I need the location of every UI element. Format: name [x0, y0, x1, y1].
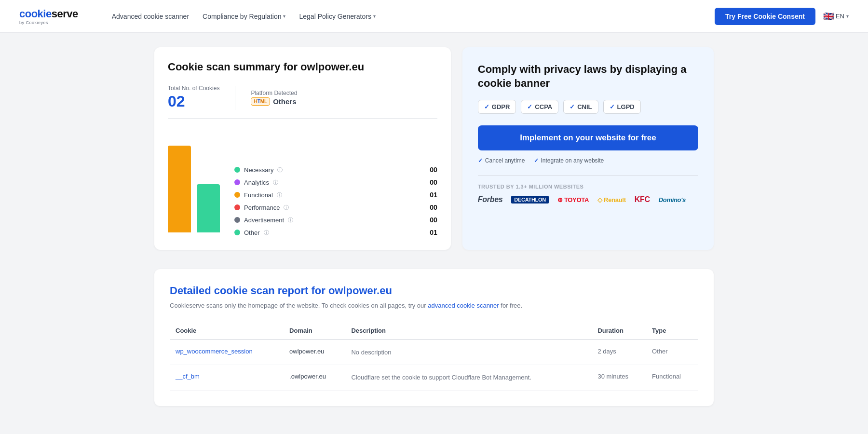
compliance-badge: ✓LGPD: [603, 100, 641, 114]
badge-label: GDPR: [492, 103, 510, 110]
nav-links: Advanced cookie scanner Compliance by Re…: [107, 10, 715, 23]
cta-feature-item: ✓Cancel anytime: [478, 157, 525, 164]
trusted-text: TRUSTED BY 1.3+ MILLION WEBSITES: [478, 184, 698, 190]
check-icon: ✓: [527, 103, 532, 110]
cookie-domain: owlpower.eu: [284, 339, 345, 365]
brand-logo-kfc: KFC: [635, 195, 650, 204]
implement-button[interactable]: Implement on your website for free: [478, 125, 698, 150]
cookie-type: Other: [646, 339, 698, 365]
info-icon[interactable]: ⓘ: [284, 204, 289, 211]
brand-logo-dominos: Domino's: [659, 196, 686, 203]
report-section: Detailed cookie scan report for owlpower…: [154, 269, 714, 406]
header-row: CookieDomainDescriptionDurationType: [170, 322, 698, 339]
compliance-badge: ✓GDPR: [478, 100, 516, 114]
legend-label: Advertisement: [244, 217, 284, 224]
brand-logo-forbes: Forbes: [478, 195, 503, 204]
legend-left: Analytics ⓘ: [234, 179, 278, 186]
legend-left: Necessary ⓘ: [234, 166, 283, 174]
legend-count: 00: [430, 178, 437, 186]
legend-row: Other ⓘ 01: [234, 229, 437, 236]
language-selector[interactable]: 🇬🇧 EN ▾: [823, 11, 849, 22]
cookie-description: Cloudflare set the cookie to support Clo…: [345, 365, 592, 391]
chevron-down-icon: ▾: [846, 14, 849, 19]
legend-label: Performance: [244, 204, 280, 211]
legend-count: 00: [430, 216, 437, 224]
brand-logo-renault: ◇ Renault: [597, 196, 626, 203]
check-icon: ✓: [610, 103, 615, 110]
legend-left: Performance ⓘ: [234, 204, 289, 211]
compliance-badge: ✓CNIL: [563, 100, 598, 114]
cookie-table: CookieDomainDescriptionDurationType wp_w…: [170, 322, 698, 391]
nav-scanner[interactable]: Advanced cookie scanner: [107, 10, 194, 23]
brand-logo-toyota: ⊕ TOYOTA: [557, 196, 589, 203]
badge-label: CNIL: [577, 103, 592, 110]
table-row: wp_woocommerce_session owlpower.eu No de…: [170, 339, 698, 365]
cookie-name: __cf_bm: [170, 365, 284, 391]
legend-row: Performance ⓘ 00: [234, 203, 437, 211]
html-label: HTML: [254, 99, 267, 104]
main-content: Cookie scan summary for owlpower.eu Tota…: [145, 33, 723, 425]
logo[interactable]: cookieserve by Cookieyes: [19, 8, 78, 25]
table-column-header: Duration: [592, 322, 646, 339]
platform-name: Others: [273, 97, 296, 106]
bar-chart: [168, 130, 220, 236]
cookie-duration: 2 days: [592, 339, 646, 365]
legend-label: Analytics: [244, 179, 269, 186]
compliance-badge: ✓CCPA: [521, 100, 558, 114]
cookie-name: wp_woocommerce_session: [170, 339, 284, 365]
total-label: Total No. of Cookies: [168, 85, 219, 92]
legend-label: Other: [244, 229, 260, 236]
table-column-header: Domain: [284, 322, 345, 339]
scan-meta: Total No. of Cookies 02 Platform Detecte…: [168, 85, 437, 119]
legend-count: 00: [430, 166, 437, 174]
legend-row: Advertisement ⓘ 00: [234, 216, 437, 224]
cookie-duration: 30 minutes: [592, 365, 646, 391]
logo-text: cookieserve: [19, 8, 78, 20]
table-row: __cf_bm .owlpower.eu Cloudflare set the …: [170, 365, 698, 391]
info-icon[interactable]: ⓘ: [277, 191, 282, 199]
feature-label: Cancel anytime: [485, 157, 525, 164]
cta-features: ✓Cancel anytime✓Integrate on any website: [478, 157, 698, 164]
legend-row: Analytics ⓘ 00: [234, 178, 437, 186]
scan-title: Cookie scan summary for owlpower.eu: [168, 61, 437, 73]
brand-logos: ForbesDECATHLON⊕ TOYOTA◇ RenaultKFCDomin…: [478, 195, 698, 204]
logo-part1: cookie: [19, 8, 52, 20]
bar-green: [197, 184, 220, 232]
check-icon: ✓: [534, 157, 539, 164]
chart-area: Necessary ⓘ 00 Analytics ⓘ 00 Functional…: [168, 130, 437, 236]
divider: [478, 176, 698, 176]
nav-policy[interactable]: Legal Policy Generators ▾: [294, 10, 380, 23]
brand-logo-decathlon: DECATHLON: [511, 196, 549, 203]
legend-label: Functional: [244, 191, 273, 199]
try-free-button[interactable]: Try Free Cookie Consent: [715, 8, 815, 25]
legend-row: Functional ⓘ 01: [234, 191, 437, 199]
cookie-type: Functional: [646, 365, 698, 391]
info-icon[interactable]: ⓘ: [273, 179, 278, 186]
legend-dot: [234, 230, 240, 235]
legend-row: Necessary ⓘ 00: [234, 166, 437, 174]
platform-detect: Platform Detected HTML Others: [251, 90, 297, 106]
check-icon: ✓: [570, 103, 575, 110]
nav-compliance[interactable]: Compliance by Regulation ▾: [198, 10, 290, 23]
top-section: Cookie scan summary for owlpower.eu Tota…: [154, 47, 714, 250]
scanner-link[interactable]: advanced cookie scanner: [428, 302, 499, 309]
legend-left: Advertisement ⓘ: [234, 217, 293, 224]
html-badge: HTML: [251, 97, 270, 106]
cookie-domain: .owlpower.eu: [284, 365, 345, 391]
cta-feature-item: ✓Integrate on any website: [534, 157, 604, 164]
badge-label: CCPA: [535, 103, 552, 110]
info-icon[interactable]: ⓘ: [288, 217, 293, 224]
info-icon[interactable]: ⓘ: [277, 166, 283, 174]
table-body: wp_woocommerce_session owlpower.eu No de…: [170, 339, 698, 391]
table-column-header: Description: [345, 322, 592, 339]
navbar: cookieserve by Cookieyes Advanced cookie…: [0, 0, 868, 33]
total-value: 02: [168, 93, 219, 110]
bar-orange: [168, 146, 191, 232]
legend-dot: [234, 192, 240, 198]
platform-badge: HTML Others: [251, 97, 297, 106]
platform-label: Platform Detected: [251, 90, 297, 96]
legend-dot: [234, 167, 240, 173]
info-icon[interactable]: ⓘ: [264, 229, 269, 236]
legend-dot: [234, 179, 240, 185]
legend-count: 00: [430, 203, 437, 211]
